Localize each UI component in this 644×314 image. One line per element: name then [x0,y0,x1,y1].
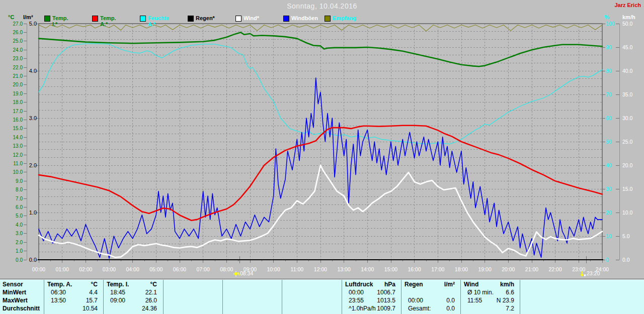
time-tick-label: 12:00 [314,266,327,272]
humidity-tick-label: 90 [606,44,612,50]
windspeed-tick-label: 45.0 [622,44,633,50]
stats-col-unit: hPa [384,280,395,288]
windspeed-tick-label: 50.0 [622,21,633,27]
stats-cell-value: 1013.5 [377,296,395,304]
rain-tick-label: 3.0 [29,115,37,121]
rain-tick-label: 2.0 [29,162,37,168]
celsius-tick-label: 4.0 [16,222,23,228]
time-tick-label: 05:00 [149,266,163,272]
time-tick-label: 15:00 [384,266,397,272]
stats-cell-time: 13:50 [51,296,66,304]
celsius-tick-label: 12.0 [13,152,23,158]
stats-cell-value: 1009.7 [377,304,395,312]
rain-tick-label: 5.0 [29,21,37,27]
legend-swatch-icon [140,16,146,22]
legend-swatch-icon [188,16,194,22]
celsius-tick-label: 8.0 [16,187,23,192]
time-tick-label: 04:00 [126,266,139,272]
humidity-tick-label: 20 [606,210,612,216]
stats-cell-time: 11:55 [467,296,482,304]
stats-col-temp-i-: Temp. I.°C18:4522.109:0026.024.36 [103,280,163,312]
time-tick-label: 07:00 [197,266,210,272]
celsius-tick-label: 19.0 [13,91,23,96]
humidity-tick-label: 40 [606,162,612,168]
stats-cell-value: 10.54 [83,304,98,312]
humidity-tick-label: 80 [606,68,612,74]
celsius-tick-label: 26.0 [13,30,23,35]
stats-cell-value: 15.7 [86,296,98,304]
time-tick-label: 14:00 [361,266,374,272]
celsius-tick-label: 17.0 [13,109,23,114]
legend-swatch-icon [283,16,289,22]
legend-label: Temp. I.* [52,15,68,27]
celsius-tick-label: 15.0 [13,126,23,131]
time-tick-label: 17:00 [431,266,444,272]
stats-col-name: Temp. I. [107,280,129,288]
celsius-tick-label: 20.0 [13,82,23,87]
time-tick-label: 13:00 [338,266,351,272]
series-temp-i- [39,32,602,66]
celsius-tick-label: 25.0 [13,38,23,44]
stats-cell-value: 6.6 [506,288,514,296]
celsius-tick-label: 5.0 [16,213,23,219]
humidity-tick-label: 30 [606,186,612,192]
time-tick-label: 18:00 [455,266,468,272]
time-tick-label: 01:00 [56,266,69,272]
stats-row-labels: SensorMinWertMaxWertDurchschnitt [3,280,40,312]
celsius-tick-label: 1.0 [16,248,23,254]
celsius-tick-label: 22.0 [13,65,23,70]
stats-cell-time: 09:00 [110,296,125,304]
rain-tick-label: 1.0 [29,210,37,216]
time-tick-label: 03:00 [103,266,116,272]
stats-col-unit: l/m² [444,280,455,288]
rain-tick-label: 0.0 [29,257,37,263]
statistics-table: SensorMinWertMaxWertDurchschnitt Temp. A… [0,279,644,314]
humidity-tick-label: 100 [606,21,615,27]
celsius-tick-label: 21.0 [13,73,23,79]
stats-cell-time: 18:45 [110,288,125,296]
stats-cell-value: 1006.7 [377,288,395,296]
marker-2320: 23:20 [580,270,600,277]
celsius-tick-label: 2.0 [16,240,23,245]
celsius-tick-label: 13.0 [13,143,23,149]
celsius-tick-label: 11.0 [13,161,23,166]
celsius-tick-label: 0.0 [16,257,23,263]
stats-col-unit: °C [150,280,157,288]
stats-cell-time: Gesamt: [408,304,431,312]
time-tick-label: 00:00 [32,266,45,272]
time-tick-label: 16:00 [408,266,421,272]
stats-cell-time: 00:00 [408,296,423,304]
legend-label: Wind* [244,15,259,21]
legend-swatch-icon [92,16,98,22]
table-divider [163,280,164,314]
humidity-tick-label: 50 [606,139,612,145]
grid [39,24,602,260]
celsius-tick-label: 14.0 [13,135,23,140]
stats-cell-time: Ø 10 min. [467,288,494,296]
stats-cell-time: 06:30 [51,288,66,296]
humidity-tick-label: 0 [606,257,609,263]
stats-col-temp-a-: Temp. A.°C06:304.413:5015.710.54 [44,280,103,312]
windspeed-tick-label: 10.0 [622,210,633,216]
stats-cell-time: 23:55 [349,296,364,304]
stats-cell-value: 7.2 [506,304,514,312]
time-tick-label: 20:00 [502,266,515,272]
legend-label: Temp. A.* [100,15,116,27]
stats-col-name: Luftdruck [345,280,373,288]
moonset-icon [580,271,587,277]
humidity-tick-label: 60 [606,115,612,121]
legend-label: Empfang [333,15,356,21]
celsius-tick-label: 24.0 [13,47,23,53]
celsius-tick-label: 27.0 [13,21,23,27]
marker-0834: 08:34 [233,270,253,277]
sun-icon [233,271,240,277]
celsius-tick-label: 18.0 [13,99,23,105]
stats-col-name: Temp. A. [47,280,72,288]
time-tick-label: 02:00 [79,266,92,272]
stats-col-unit: °C [91,280,98,288]
windspeed-tick-label: 15.0 [622,186,633,192]
windspeed-tick-label: 20.0 [622,162,633,168]
windspeed-tick-label: 30.0 [622,115,633,121]
legend-label: Regen* [196,15,215,21]
windspeed-tick-label: 25.0 [622,139,633,145]
